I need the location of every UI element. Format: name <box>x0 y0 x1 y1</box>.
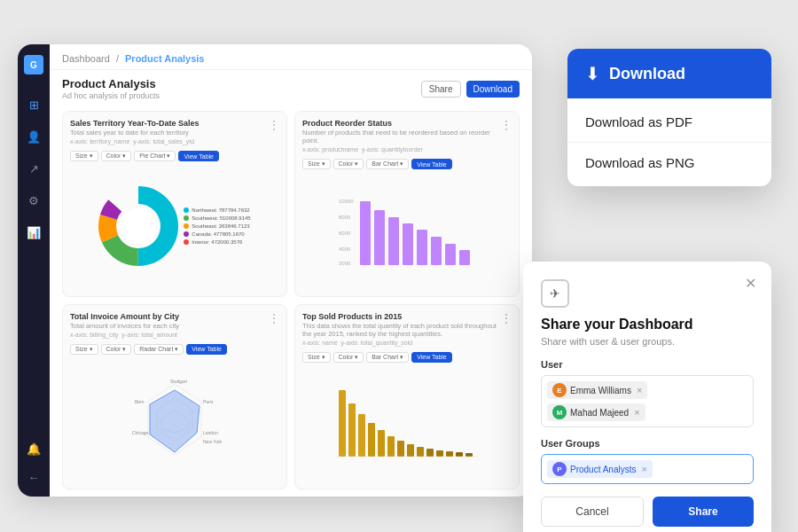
sidebar-icon-home[interactable]: ⊞ <box>25 96 43 113</box>
group-remove-1[interactable]: × <box>641 464 646 474</box>
breadcrumb: Dashboard / Product Analysis <box>62 53 204 64</box>
download-png-option[interactable]: Download as PNG <box>567 143 771 183</box>
ctrl-type-2[interactable]: Bar Chart ▾ <box>366 159 409 169</box>
ctrl-color-4[interactable]: Color ▾ <box>333 352 364 363</box>
svg-rect-13 <box>403 223 413 265</box>
sidebar: G ⊞ 👤 ↗ ⚙ 📊 🔔 ← <box>18 44 50 497</box>
ctrl-size-3[interactable]: Size ▾ <box>70 344 98 355</box>
svg-text:Paris: Paris <box>203 399 214 404</box>
modal-share-icon: ✈ <box>541 279 569 308</box>
ctrl-size-1[interactable]: Size ▾ <box>70 151 98 161</box>
main-content: Dashboard / Product Analysis Product Ana… <box>50 44 532 497</box>
page-title-area: Product Analysis Ad hoc analysis of prod… <box>62 77 160 100</box>
svg-rect-32 <box>378 430 385 457</box>
chart-title-3: Total Invoice Amount by City <box>70 312 179 321</box>
ctrl-table-4[interactable]: View Table <box>411 352 452 363</box>
dashboard-card: G ⊞ 👤 ↗ ⚙ 📊 🔔 ← Dashboard / Product Anal… <box>18 44 532 497</box>
ctrl-type-1[interactable]: Pie Chart ▾ <box>134 151 176 161</box>
sidebar-icon-chart[interactable]: 📊 <box>25 223 43 241</box>
modal-subtitle: Share with user & user groups. <box>541 336 754 347</box>
chart-meta-2: x-axis: productname y-axis: quantitytoor… <box>302 146 501 153</box>
share-confirm-button[interactable]: Share <box>653 497 754 527</box>
svg-text:Chicago: Chicago <box>132 430 149 435</box>
chart-menu-4[interactable]: ⋮ <box>501 312 512 325</box>
send-icon: ✈ <box>550 286 560 301</box>
user-tag-2: M Mahad Majeed × <box>547 403 645 421</box>
chart-controls-4: Size ▾ Color ▾ Bar Chart ▾ View Table <box>302 352 512 363</box>
chart-meta-1: x-axis: territory_name y-axis: total_sal… <box>70 138 200 145</box>
ctrl-type-3[interactable]: Radar Chart ▾ <box>134 344 184 355</box>
download-header: ⬇ Download <box>567 49 771 98</box>
user-avatar-2: M <box>552 405 567 419</box>
user-groups-label: User Groups <box>541 438 754 449</box>
svg-text:8000: 8000 <box>339 215 351 220</box>
sidebar-icon-exit[interactable]: ← <box>25 468 43 486</box>
user-remove-2[interactable]: × <box>634 407 639 418</box>
user-remove-1[interactable]: × <box>637 385 642 395</box>
download-popup: ⬇ Download Download as PDF Download as P… <box>567 49 771 186</box>
svg-rect-31 <box>368 423 375 457</box>
sidebar-icon-settings[interactable]: ⚙ <box>25 192 43 209</box>
ctrl-size-2[interactable]: Size ▾ <box>302 159 331 169</box>
user-tag-1: E Emma Williams × <box>547 381 647 399</box>
group-name-1: Product Analysts <box>570 465 636 474</box>
chart-subtitle-3: Total amount of invoices for each city <box>70 322 179 330</box>
svg-rect-34 <box>397 441 404 457</box>
svg-text:Stuttgart: Stuttgart <box>170 379 188 384</box>
sidebar-icon-share[interactable]: ↗ <box>25 160 43 177</box>
ctrl-color-2[interactable]: Color ▾ <box>333 159 364 169</box>
user-name-1: Emma Williams <box>570 386 631 395</box>
svg-text:Bern: Bern <box>135 399 145 404</box>
ctrl-table-3[interactable]: View Table <box>186 344 227 355</box>
svg-rect-38 <box>436 450 443 457</box>
modal-title: Share your Dashboard <box>541 317 754 332</box>
svg-rect-37 <box>426 449 434 457</box>
chart-meta-3: x-axis: billing_city y-axis: total_amoun… <box>70 332 179 338</box>
chart-title-4: Top Sold Products in 2015 <box>302 312 501 321</box>
chart-card-3: Total Invoice Amount by City Total amoun… <box>62 304 287 490</box>
user-tags-row[interactable]: E Emma Williams × M Mahad Majeed × <box>541 375 754 427</box>
chart-header-3: Total Invoice Amount by City Total amoun… <box>70 312 279 338</box>
modal-close-button[interactable]: ✕ <box>741 274 759 292</box>
cancel-button[interactable]: Cancel <box>541 497 644 527</box>
ctrl-type-4[interactable]: Bar Chart ▾ <box>366 352 409 363</box>
svg-text:New York: New York <box>203 439 223 444</box>
svg-rect-29 <box>348 403 356 457</box>
sidebar-icon-user[interactable]: 👤 <box>25 128 43 145</box>
ctrl-color-1[interactable]: Color ▾ <box>101 151 132 161</box>
ctrl-table-1[interactable]: View Table <box>178 151 219 161</box>
chart-area-2: 10000 8000 6000 4000 2000 <box>302 172 512 289</box>
chart-menu-1[interactable]: ⋮ <box>269 119 279 131</box>
svg-rect-40 <box>456 452 463 457</box>
chart-area-1: Northwest: 787784.7632 Southwest: 510008… <box>70 164 279 289</box>
chart-title-1: Sales Territory Year-To-Date Sales <box>70 119 200 128</box>
breadcrumb-parent: Dashboard <box>62 53 110 64</box>
chart-controls-1: Size ▾ Color ▾ Pie Chart ▾ View Table <box>70 151 279 161</box>
chart-controls-3: Size ▾ Color ▾ Radar Chart ▾ View Table <box>70 344 279 355</box>
chart-subtitle-4: This data shows the total quantity of ea… <box>302 322 501 338</box>
page-title: Product Analysis <box>62 77 160 90</box>
svg-point-4 <box>121 208 156 244</box>
svg-rect-14 <box>417 230 427 265</box>
ctrl-color-3[interactable]: Color ▾ <box>101 344 132 355</box>
chart-menu-2[interactable]: ⋮ <box>501 119 512 131</box>
share-button[interactable]: Share <box>421 81 461 98</box>
chart-card-1: Sales Territory Year-To-Date Sales Total… <box>62 111 287 297</box>
svg-rect-10 <box>360 201 371 265</box>
user-label: User <box>541 359 754 370</box>
svg-rect-36 <box>417 447 424 457</box>
ctrl-size-4[interactable]: Size ▾ <box>302 352 331 363</box>
download-pdf-option[interactable]: Download as PDF <box>567 102 771 143</box>
chart-header-4: Top Sold Products in 2015 This data show… <box>302 312 512 346</box>
group-tags-row[interactable]: P Product Analysts × <box>541 454 754 484</box>
download-button[interactable]: Download <box>466 81 520 98</box>
chart-card-4: Top Sold Products in 2015 This data show… <box>294 304 520 490</box>
chart-subtitle-1: Total sales year to date for each territ… <box>70 129 200 137</box>
ctrl-table-2[interactable]: View Table <box>411 159 452 169</box>
chart-header-1: Sales Territory Year-To-Date Sales Total… <box>70 119 279 145</box>
user-avatar-1: E <box>552 383 567 397</box>
svg-marker-21 <box>150 390 200 452</box>
sidebar-icon-bell[interactable]: 🔔 <box>25 440 43 458</box>
svg-text:4000: 4000 <box>339 246 351 252</box>
chart-menu-3[interactable]: ⋮ <box>269 312 279 325</box>
